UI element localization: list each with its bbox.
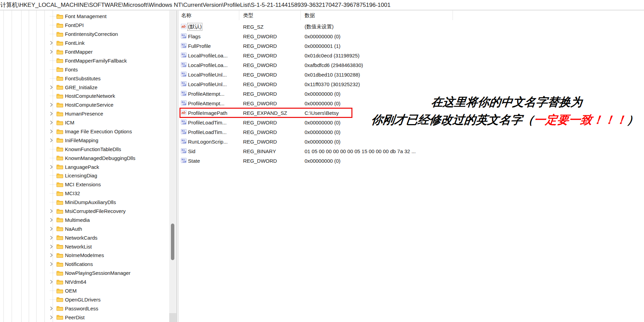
annotation-line1: 在这里将你的中文名字替换为 [369, 93, 644, 111]
tree-item-knownfunctiontabledlls[interactable]: KnownFunctionTableDlls [0, 145, 169, 153]
value-data: 0xafbdfcd6 (2948463830) [301, 62, 363, 68]
folder-icon [56, 164, 63, 170]
panel-splitter[interactable] [177, 11, 177, 322]
tree-item-languagepack[interactable]: LanguagePack [0, 162, 169, 171]
tree-item-oem[interactable]: OEM [0, 286, 169, 295]
value-type: REG_DWORD [239, 139, 301, 145]
string-value-icon: ab [180, 110, 187, 116]
tree-item-opengldrivers[interactable]: OpenGLDrivers [0, 295, 169, 304]
chevron-right-icon[interactable] [50, 49, 56, 55]
column-header-type[interactable]: 类型 [239, 11, 301, 20]
column-header-data[interactable]: 数据 [301, 11, 453, 20]
chevron-right-icon[interactable] [50, 120, 56, 125]
chevron-right-icon[interactable] [50, 306, 56, 311]
chevron-right-icon[interactable] [50, 253, 56, 258]
registry-value-row[interactable]: 011110 FullProfile REG_DWORD 0x00000001 … [179, 41, 644, 51]
tree-item-networklist[interactable]: NetworkList [0, 242, 169, 251]
tree-item-networkcards[interactable]: NetworkCards [0, 233, 169, 242]
tree-item-knownmanageddebuggingdlls[interactable]: KnownManagedDebuggingDlls [0, 153, 169, 162]
registry-value-row[interactable]: 011110 ProfileLoadTim... REG_DWORD 0x000… [179, 127, 644, 137]
tree-item-hostcomputeservice[interactable]: HostComputeService [0, 100, 169, 109]
tree-connector-line [50, 202, 56, 202]
tree-item-licensingdiag[interactable]: LicensingDiag [0, 171, 169, 180]
tree-item-font-management[interactable]: Font Management [0, 12, 169, 21]
tree-item-msicorruptedfilerecovery[interactable]: MsiCorruptedFileRecovery [0, 207, 169, 216]
chevron-right-icon[interactable] [50, 235, 56, 240]
registry-value-row[interactable]: 011110 LocalProfileUnl... REG_DWORD 0x11… [179, 79, 644, 89]
tree-item-label: FontDPI [65, 22, 84, 28]
tree-item-multimedia[interactable]: Multimedia [0, 215, 169, 224]
tree-item-fontsubstitutes[interactable]: FontSubstitutes [0, 74, 169, 83]
tree-item-ntvdm64[interactable]: NtVdm64 [0, 278, 169, 286]
tree-connector-line [50, 273, 56, 273]
tree-item-passwordless[interactable]: PasswordLess [0, 304, 169, 313]
tree-item-mci32[interactable]: MCI32 [0, 189, 169, 198]
tree-item-fontmapperfamilyfallback[interactable]: FontMapperFamilyFallback [0, 56, 169, 65]
tree-item-notifications[interactable]: Notifications [0, 260, 169, 269]
registry-value-row[interactable]: 011110 State REG_DWORD 0x00000000 (0) [179, 156, 644, 165]
folder-icon [56, 244, 63, 249]
tree-item-fonts[interactable]: Fonts [0, 65, 169, 74]
value-name: ProfileImagePath [188, 110, 227, 116]
registry-value-row[interactable]: 011110 Sid REG_BINARY 01 05 00 00 00 00 … [179, 146, 644, 156]
value-data: 0x00000000 (0) [301, 139, 340, 145]
tree-connector-line [50, 25, 56, 25]
annotation-line2-prefix: 你刚才已经修改过的英文名字（ [371, 113, 535, 126]
tree-item-noimemodeimes[interactable]: NoImeModeImes [0, 251, 169, 260]
tree-item-gre-initialize[interactable]: GRE_Initialize [0, 83, 169, 92]
tree-item-mci-extensions[interactable]: MCI Extensions [0, 180, 169, 189]
svg-text:110: 110 [182, 160, 186, 163]
registry-tree-panel: Font Management FontDPI FontIntensityCor… [0, 11, 177, 322]
column-header-name[interactable]: 名称 [179, 11, 239, 20]
chevron-right-icon[interactable] [50, 209, 56, 214]
dword-value-icon: 011110 [180, 129, 187, 135]
value-data: 0x00000000 (0) [301, 158, 340, 164]
tree-item-humanpresence[interactable]: HumanPresence [0, 109, 169, 118]
chevron-right-icon[interactable] [50, 261, 56, 267]
chevron-right-icon[interactable] [50, 111, 56, 117]
chevron-right-icon[interactable] [50, 84, 56, 90]
tree-vertical-scrollbar[interactable] [169, 11, 176, 322]
registry-value-row[interactable]: 011110 LocalProfileLoa... REG_DWORD 0x01… [179, 51, 644, 60]
chevron-right-icon[interactable] [50, 314, 56, 320]
chevron-right-icon[interactable] [50, 137, 56, 143]
tree-item-fontlink[interactable]: FontLink [0, 39, 169, 48]
tree-item-inifilemapping[interactable]: IniFileMapping [0, 136, 169, 145]
address-bar[interactable]: 计算机\HKEY_LOCAL_MACHINE\SOFTWARE\Microsof… [0, 0, 644, 10]
chevron-right-icon[interactable] [50, 279, 56, 285]
value-data: (数值未设置) [301, 24, 334, 30]
svg-text:110: 110 [182, 132, 186, 134]
tree-item-label: NaAuth [65, 226, 82, 232]
registry-value-row[interactable]: 011110 LocalProfileLoa... REG_DWORD 0xaf… [179, 60, 644, 70]
scrollbar-thumb[interactable] [171, 224, 174, 260]
registry-value-row[interactable]: ab (默认) REG_SZ (数值未设置) [179, 22, 644, 31]
tree-item-peerdist[interactable]: PeerDist [0, 313, 169, 322]
registry-value-row[interactable]: 011110 RunLogonScrip... REG_DWORD 0x0000… [179, 137, 644, 146]
registry-value-row[interactable]: 011110 Flags REG_DWORD 0x00000000 (0) [179, 31, 644, 41]
tree-item-image-file-execution-options[interactable]: Image File Execution Options [0, 127, 169, 136]
chevron-right-icon[interactable] [50, 102, 56, 108]
tree-connector-line [50, 291, 56, 291]
chevron-right-icon[interactable] [50, 164, 56, 170]
svg-text:110: 110 [182, 93, 186, 96]
chevron-right-icon[interactable] [50, 244, 56, 249]
chevron-right-icon[interactable] [50, 40, 56, 46]
tree-item-fontmapper[interactable]: FontMapper [0, 48, 169, 56]
tree-item-nowplayingsessionmanager[interactable]: NowPlayingSessionManager [0, 269, 169, 278]
tree-item-label: FontSubstitutes [65, 76, 100, 81]
chevron-right-icon[interactable] [50, 129, 56, 134]
chevron-right-icon[interactable] [50, 226, 56, 231]
chevron-right-icon[interactable] [50, 217, 56, 223]
value-name: ProfileLoadTim... [188, 120, 227, 125]
tree-item-fontdpi[interactable]: FontDPI [0, 21, 169, 30]
tree-item-icm[interactable]: ICM [0, 118, 169, 127]
tree-item-hostcomputenetwork[interactable]: HostComputeNetwork [0, 92, 169, 100]
registry-value-row[interactable]: 011110 LocalProfileUnl... REG_DWORD 0x01… [179, 70, 644, 79]
dword-value-icon: 011110 [180, 62, 187, 68]
tree-item-minidumpauxiliarydlls[interactable]: MiniDumpAuxiliaryDlls [0, 198, 169, 207]
tree-item-fontintensitycorrection[interactable]: FontIntensityCorrection [0, 30, 169, 39]
value-name: LocalProfileUnl... [188, 72, 227, 78]
tree-item-naauth[interactable]: NaAuth [0, 224, 169, 233]
folder-icon [56, 279, 63, 285]
folder-icon [56, 137, 63, 143]
